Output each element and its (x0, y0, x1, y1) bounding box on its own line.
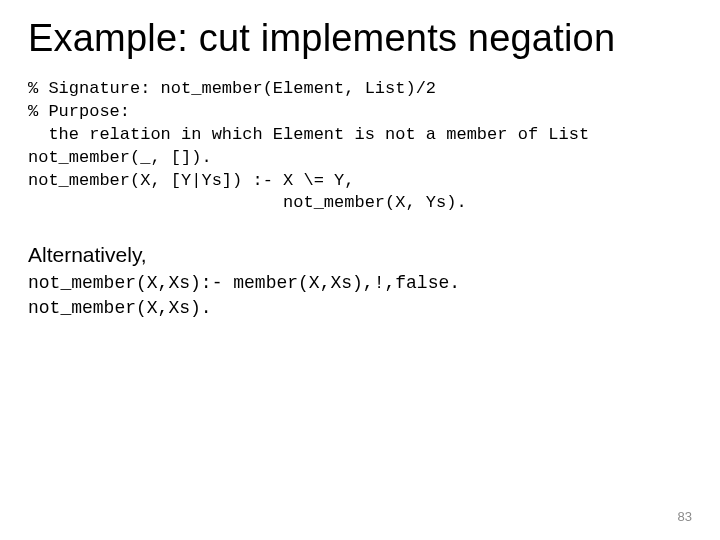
slide-container: Example: cut implements negation % Signa… (0, 0, 720, 540)
page-number: 83 (678, 509, 692, 524)
code-block-alternative: not_member(X,Xs):- member(X,Xs),!,false.… (28, 271, 692, 320)
slide-title: Example: cut implements negation (28, 18, 692, 60)
alternatively-label: Alternatively, (28, 243, 692, 267)
code-block-primary: % Signature: not_member(Element, List)/2… (28, 78, 692, 216)
